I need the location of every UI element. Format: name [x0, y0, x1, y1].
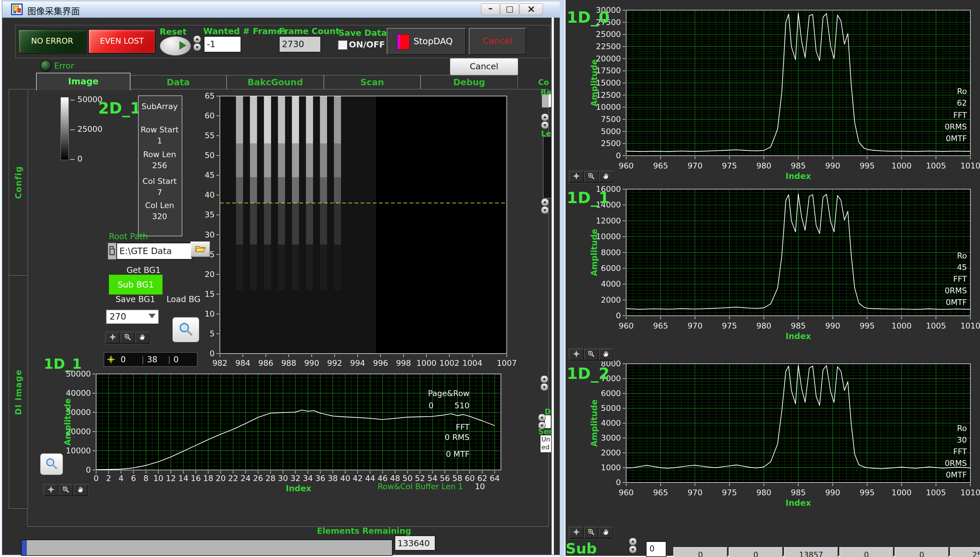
pan-tool-button[interactable]	[599, 349, 613, 360]
crosshair-tool-button[interactable]	[569, 171, 583, 182]
clipped-stepper-3[interactable]	[538, 414, 546, 430]
window-divider	[560, 0, 564, 557]
clipped-stepper-1[interactable]	[541, 199, 549, 214]
svg-text:982: 982	[212, 358, 227, 368]
dropdown-arrow-icon	[149, 314, 155, 318]
tab-data[interactable]: Data	[130, 75, 227, 90]
pan-tool-button[interactable]	[599, 527, 613, 538]
zoom-tool-button[interactable]	[584, 171, 598, 182]
cancel-button[interactable]: Cancel	[450, 58, 518, 75]
sub-bg1-button[interactable]: Sub BG1	[109, 275, 163, 295]
svg-text:20: 20	[205, 270, 215, 279]
crosshair-tool-button[interactable]	[44, 485, 58, 495]
chart-r1-side-label-1: 45	[920, 263, 967, 272]
scope-charts[interactable]: 0250050007500100001250015000175002000022…	[564, 0, 980, 557]
pan-tool-button[interactable]	[74, 485, 88, 495]
stopdaq-button[interactable]: StopDAQ	[387, 28, 466, 55]
save-data-checkbox[interactable]	[338, 40, 347, 49]
reset-toggle[interactable]	[160, 36, 191, 56]
rowcol-buffer-value: 10	[470, 482, 485, 491]
bg-index-dropdown[interactable]: 270	[106, 309, 159, 324]
svg-text:38: 38	[328, 474, 338, 483]
value-cell-2[interactable]: 13857	[784, 547, 838, 557]
fft-label: FFT	[423, 423, 469, 432]
graph-tool-palette-0	[105, 331, 150, 345]
maximize-button[interactable]: □	[500, 3, 519, 15]
minimize-button[interactable]: –	[481, 3, 500, 15]
svg-text:62: 62	[477, 474, 487, 483]
value-cell-5[interactable]: 25	[950, 547, 980, 557]
subarray-row: Row Start	[139, 125, 181, 134]
load-bg-label[interactable]: Load BG	[163, 295, 204, 304]
tab-image[interactable]: Image	[36, 73, 131, 90]
pan-icon	[138, 333, 147, 342]
clipped-dropdown[interactable]: Un ed	[541, 435, 551, 452]
svg-text:20000: 20000	[596, 54, 621, 63]
svg-text:975: 975	[722, 321, 737, 330]
wanted-frames-stepper[interactable]	[193, 36, 201, 51]
svg-text:Amplitude: Amplitude	[590, 59, 599, 106]
root-path-input[interactable]: E:\GTE Data	[116, 243, 192, 260]
zoom-1d-button[interactable]	[40, 453, 63, 475]
clipped-stepper-0[interactable]	[541, 114, 549, 129]
clipped-path-input[interactable]	[549, 94, 551, 107]
error-label: Error	[54, 61, 74, 71]
subarray-panel: SubArrayRow Start1Row Len256Col Start7Co…	[138, 96, 182, 236]
svg-text:12000: 12000	[596, 216, 621, 225]
side-tab-config[interactable]: Config	[9, 89, 28, 276]
svg-text:26: 26	[253, 474, 263, 483]
wanted-frames-input[interactable]: -1	[204, 36, 241, 52]
save-data-label: Save Data	[338, 28, 387, 38]
error-led[interactable]	[40, 60, 52, 72]
svg-text:1000: 1000	[892, 161, 911, 170]
crosshair-tool-button[interactable]	[106, 332, 120, 343]
svg-text:1010: 1010	[960, 161, 980, 170]
svg-text:24: 24	[240, 474, 250, 483]
intensity-colorbar[interactable]	[60, 97, 69, 160]
value-cell-3[interactable]: 0	[840, 547, 893, 557]
svg-text:1005: 1005	[926, 321, 946, 330]
even-lost-indicator[interactable]: EVEN LOST	[88, 29, 155, 54]
svg-text:Amplitude: Amplitude	[590, 399, 599, 447]
tab-scan[interactable]: Scan	[324, 75, 421, 90]
zoom-tool-button[interactable]	[584, 527, 598, 538]
pan-tool-button[interactable]	[136, 332, 149, 343]
zoom-2d-button[interactable]	[172, 317, 199, 342]
value-cell-4[interactable]: 0	[895, 547, 949, 557]
no-error-indicator[interactable]: NO ERROR	[18, 29, 86, 54]
zoom-tool-button[interactable]	[584, 349, 598, 360]
cancel-daq-button[interactable]: Cancel	[469, 28, 526, 55]
graph-tool-palette-3	[568, 348, 614, 362]
chart-2d[interactable]: 0510152025303540455055606598298498698899…	[200, 93, 516, 372]
browse-folder-button[interactable]	[191, 241, 210, 257]
pan-tool-button[interactable]	[599, 171, 613, 182]
save-bg1-label[interactable]: Save BG1	[111, 295, 160, 304]
sub-value[interactable]: 0	[646, 541, 666, 557]
svg-text:980: 980	[756, 488, 771, 497]
crosshair-tool-button[interactable]	[569, 349, 583, 360]
subarray-row: SubArray	[139, 102, 181, 111]
clipped-listbox[interactable]	[543, 136, 551, 199]
subarray-row: Col Start	[139, 177, 181, 186]
get-bg1-label[interactable]: Get BG1	[119, 265, 168, 275]
crosshair-tool-button[interactable]	[569, 527, 583, 538]
clipped-stepper-2[interactable]	[541, 375, 548, 391]
tab-debug[interactable]: Debug	[421, 75, 518, 90]
zoom-tool-button[interactable]	[121, 332, 134, 343]
value-cell-0[interactable]: 0	[673, 547, 727, 557]
clipped-path-control[interactable]	[542, 94, 549, 107]
zoom-tool-button[interactable]	[59, 485, 73, 495]
clipped-control-strip: CoBaLeDSerUn ed	[537, 76, 551, 529]
value-cell-1[interactable]: 0	[728, 547, 783, 557]
svg-text:0: 0	[86, 465, 91, 474]
cursor-value-0: 0	[118, 355, 138, 364]
sub-stepper[interactable]	[629, 538, 637, 554]
titlebar	[2, 1, 560, 18]
svg-text:960: 960	[619, 488, 634, 497]
svg-text:985: 985	[791, 161, 806, 170]
page-row-label: Page&Row	[411, 389, 469, 398]
side-tab-di-image[interactable]: DI Image	[9, 275, 28, 509]
tab-bakcgound[interactable]: BakcGound	[227, 75, 324, 90]
svg-text:995: 995	[860, 488, 875, 497]
close-button[interactable]: ×	[519, 3, 543, 15]
